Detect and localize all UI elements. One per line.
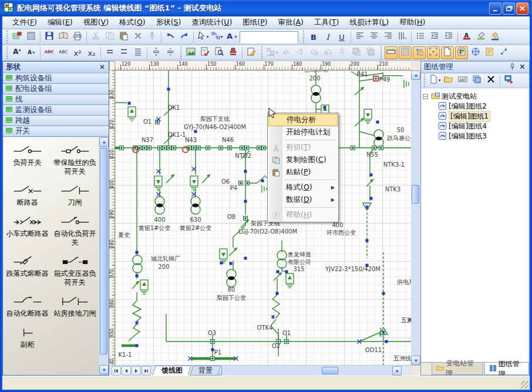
- tree-item-[编辑]图纸4[interactable]: [编辑]图纸4: [423, 121, 527, 131]
- no-strike-button[interactable]: ABC: [57, 46, 70, 59]
- close-icon[interactable]: [518, 62, 526, 73]
- text-tool-button[interactable]: A▾: [224, 31, 237, 43]
- page-tab-馈线图[interactable]: 馈线图: [152, 366, 191, 376]
- shape-item[interactable]: 箱式变压器负荷开关: [51, 255, 99, 287]
- minimize-button[interactable]: [489, 2, 501, 15]
- paste-button[interactable]: [117, 31, 130, 43]
- menu-S[interactable]: 形状(S): [151, 16, 187, 29]
- scroll-down-button[interactable]: [99, 365, 109, 374]
- style-combo[interactable]: [240, 31, 298, 43]
- scroll-up-button[interactable]: [411, 70, 420, 80]
- toolbar-grip[interactable]: [260, 46, 263, 59]
- menu-L[interactable]: 线损计算(L): [344, 16, 394, 29]
- scroll-thumb[interactable]: [322, 367, 338, 374]
- scroll-thumb[interactable]: [412, 185, 419, 204]
- calculator-button[interactable]: [25, 31, 38, 43]
- delete-button[interactable]: [132, 31, 144, 43]
- tree-root-substation[interactable]: −测试变电站: [423, 92, 527, 102]
- close-icon[interactable]: [99, 62, 106, 73]
- picture-tool-button[interactable]: [184, 46, 197, 59]
- bold-button[interactable]: B: [307, 31, 320, 43]
- align-center-button[interactable]: [368, 31, 381, 43]
- stencil-group-2[interactable]: 配电设备组: [3, 84, 109, 94]
- canvas-horizontal-scrollbar[interactable]: [213, 366, 402, 376]
- open-book-button[interactable]: [57, 31, 70, 43]
- menu-A[interactable]: 审批(A): [273, 16, 309, 29]
- style-combo-input[interactable]: [240, 33, 298, 43]
- pin-icon[interactable]: [509, 62, 516, 73]
- rp-sync-button[interactable]: [503, 74, 516, 87]
- tree-expander[interactable]: −: [423, 94, 428, 99]
- rp-new-button[interactable]: ▾: [428, 74, 441, 87]
- align-vertical-button[interactable]: [396, 31, 409, 43]
- nav-next-button[interactable]: [132, 366, 141, 376]
- new-feeder-button[interactable]: [11, 31, 23, 43]
- shape-item[interactable]: 负荷开关: [4, 144, 51, 176]
- connection-points-button[interactable]: [427, 46, 440, 59]
- stencil-group-4[interactable]: 监测设备组: [3, 105, 109, 116]
- strikethrough-button[interactable]: ABC: [43, 46, 56, 59]
- shape-item[interactable]: 自动化断路器: [4, 295, 51, 318]
- page-setup-button[interactable]: [441, 46, 454, 59]
- outdent-button[interactable]: [428, 31, 441, 43]
- align-left-button[interactable]: [353, 31, 366, 43]
- resize-grip[interactable]: [521, 381, 528, 388]
- shape-info-button[interactable]: [483, 46, 496, 59]
- shapes-scrollbar[interactable]: [99, 137, 109, 374]
- stencil-group-6[interactable]: 开关: [3, 126, 109, 137]
- menu-V[interactable]: 视图(V): [78, 16, 114, 29]
- context-item-粘贴[interactable]: 粘贴(P): [268, 166, 338, 178]
- scroll-up-button[interactable]: [99, 137, 109, 147]
- sheet-check-button[interactable]: [198, 46, 211, 59]
- menu-P[interactable]: 图纸(P): [237, 16, 272, 29]
- drawing-viewport[interactable]: 三鸟市场200P41P49OK1O1OK1-1N37N43N46梨园下支线GYJ…: [115, 70, 411, 365]
- font-color-button[interactable]: A: [460, 31, 473, 43]
- rp-delete-button[interactable]: [484, 74, 497, 87]
- page-tab-背景[interactable]: 背景: [190, 366, 221, 376]
- rp-copy-button[interactable]: [470, 74, 483, 87]
- rp-rename-button[interactable]: ab: [456, 74, 469, 87]
- close-button[interactable]: [516, 2, 528, 15]
- context-item-复制绘图[interactable]: 复制绘图(C): [268, 154, 338, 166]
- panel-tab-变电站管理[interactable]: 变电站管理: [432, 363, 483, 375]
- toolbar-grip[interactable]: [302, 31, 305, 43]
- toolbar-grip[interactable]: [379, 46, 382, 59]
- stamp-button[interactable]: [227, 46, 240, 59]
- superscript-button[interactable]: x²: [71, 46, 84, 59]
- rp-open-button[interactable]: [442, 74, 455, 87]
- stencil-group-1[interactable]: 构筑设备组: [3, 73, 109, 84]
- print-button[interactable]: [71, 31, 84, 43]
- shape-item[interactable]: 副柜: [4, 326, 51, 349]
- context-item-格式[interactable]: 格式(O)▶: [268, 181, 338, 194]
- scroll-down-button[interactable]: [411, 356, 420, 365]
- maximize-button[interactable]: [503, 2, 515, 15]
- context-item-停电分析[interactable]: 停电分析: [268, 114, 338, 126]
- shape-item[interactable]: 自动化负荷开关: [51, 215, 99, 247]
- toolbar-grip[interactable]: [179, 46, 182, 59]
- spacing-1-button[interactable]: [103, 46, 116, 59]
- bullets-button[interactable]: [414, 31, 427, 43]
- subscript-button[interactable]: x₂: [85, 46, 98, 59]
- context-item-数据[interactable]: 数据(D)▶: [268, 194, 338, 206]
- toolbar-grip[interactable]: [5, 46, 8, 59]
- nav-prev-button[interactable]: [122, 366, 131, 376]
- ruler-button[interactable]: [385, 46, 398, 59]
- menu-O[interactable]: 格式(O): [114, 16, 151, 29]
- canvas-vertical-scrollbar[interactable]: [411, 70, 420, 365]
- stencil-group-3[interactable]: 线: [3, 94, 109, 105]
- save-button[interactable]: [43, 31, 56, 43]
- size-position-button[interactable]: [497, 46, 510, 59]
- menu-H[interactable]: 帮助(H): [394, 16, 430, 29]
- undo-button[interactable]: [164, 31, 177, 43]
- feeder-diagram[interactable]: 三鸟市场200P41P49OK1O1OK1-1N37N43N46梨园下支线GYJ…: [115, 70, 411, 365]
- underline-button[interactable]: U: [335, 31, 348, 43]
- font-up-button[interactable]: A: [11, 46, 23, 59]
- scroll-right-button[interactable]: [392, 366, 402, 376]
- shape-item[interactable]: 站房接地刀闸: [51, 295, 99, 318]
- shape-item[interactable]: 带保险丝的负荷开关: [51, 144, 99, 176]
- shape-item[interactable]: 小车式断路器: [4, 215, 51, 247]
- fill-color-button[interactable]: [489, 31, 501, 43]
- para-expand-button[interactable]: [150, 46, 163, 59]
- redo-button[interactable]: [178, 31, 191, 43]
- highlight-color-button[interactable]: [474, 31, 487, 43]
